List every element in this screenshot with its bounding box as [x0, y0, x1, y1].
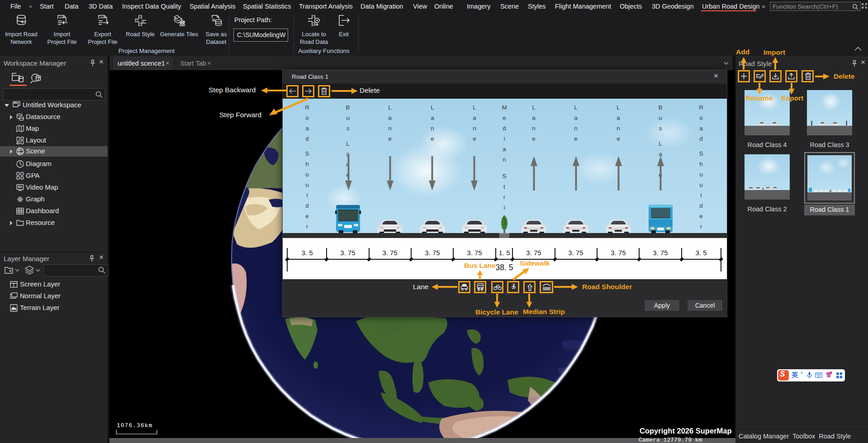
svg-text:.srd: .srd — [100, 16, 104, 19]
svg-text:.srd: .srd — [59, 16, 64, 19]
